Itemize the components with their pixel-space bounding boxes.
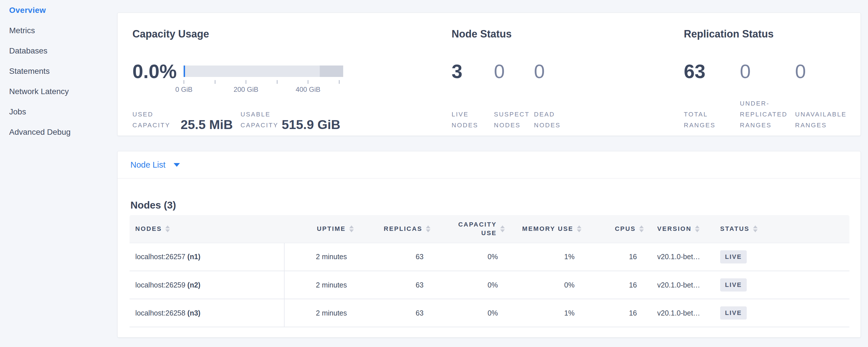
nodes-heading: Nodes (3) xyxy=(130,199,861,211)
sidebar-item-metrics[interactable]: Metrics xyxy=(0,20,117,41)
uptime-cell: 2 minutes xyxy=(284,243,357,271)
uptime-cell: 2 minutes xyxy=(284,271,357,299)
sidebar-item-overview[interactable]: Overview xyxy=(0,0,117,20)
dead-nodes-label: DEAD NODES xyxy=(534,109,561,131)
sidebar-item-network-latency[interactable]: Network Latency xyxy=(0,81,117,101)
status-badge: LIVE xyxy=(720,278,747,291)
sidebar-item-statements[interactable]: Statements xyxy=(0,61,117,81)
version-cell: v20.1.0-bet… xyxy=(647,299,719,327)
sidebar-item-advanced-debug[interactable]: Advanced Debug xyxy=(0,122,117,142)
usable-capacity-label: USABLE CAPACITY xyxy=(241,109,278,131)
memory-use-cell: 1% xyxy=(508,243,585,271)
cluster-summary-card: Capacity Usage 0.0% 0 GiB 200 GiB 400 Gi… xyxy=(117,12,861,136)
capacity-use-cell: 0% xyxy=(434,271,508,299)
sort-icon xyxy=(165,225,170,232)
capacity-axis-ticks xyxy=(184,80,343,84)
replication-status-title: Replication Status xyxy=(684,28,774,40)
usable-capacity-value: 515.9 GiB xyxy=(282,118,340,131)
table-row: localhost:26257 (n1) 2 minutes 63 0% 1% … xyxy=(129,243,849,271)
version-cell: v20.1.0-bet… xyxy=(647,271,719,299)
live-nodes-count: 3 xyxy=(452,62,462,81)
sidebar: Overview Metrics Databases Statements Ne… xyxy=(0,0,117,347)
capacity-bar-dark-segment xyxy=(320,65,343,77)
column-header-nodes[interactable]: NODES xyxy=(129,215,284,243)
status-cell: LIVE xyxy=(719,271,849,299)
sort-icon xyxy=(753,225,757,232)
under-replicated-ranges-label: UNDER- REPLICATED RANGES xyxy=(740,98,787,131)
table-row: localhost:26259 (n2) 2 minutes 63 0% 0% … xyxy=(129,271,849,299)
capacity-use-cell: 0% xyxy=(434,243,508,271)
unavailable-ranges-count: 0 xyxy=(795,62,806,81)
node-list-dropdown[interactable]: Node List xyxy=(130,160,180,170)
node-link-n2[interactable]: localhost:26259 (n2) xyxy=(129,271,284,299)
capacity-bar-chart: 0 GiB 200 GiB 400 GiB xyxy=(184,65,343,94)
sort-icon xyxy=(577,225,582,232)
uptime-cell: 2 minutes xyxy=(284,299,357,327)
used-capacity-label: USED CAPACITY xyxy=(132,109,170,131)
column-header-memory-use[interactable]: MEMORY USE xyxy=(508,215,585,243)
sort-icon xyxy=(639,225,644,232)
view-selector-bar: Node List xyxy=(118,151,861,179)
live-nodes-label: LIVE NODES xyxy=(452,109,478,131)
suspect-nodes-label: SUSPECT NODES xyxy=(494,109,530,131)
version-cell: v20.1.0-bet… xyxy=(647,243,719,271)
capacity-use-cell: 0% xyxy=(434,299,508,327)
status-cell: LIVE xyxy=(719,243,849,271)
sidebar-item-jobs[interactable]: Jobs xyxy=(0,101,117,122)
sort-icon xyxy=(500,225,505,232)
status-badge: LIVE xyxy=(720,306,747,319)
axis-label-400gib: 400 GiB xyxy=(296,86,320,94)
memory-use-cell: 1% xyxy=(508,299,585,327)
axis-label-0gib: 0 GiB xyxy=(175,86,192,94)
node-link-n3[interactable]: localhost:26258 (n3) xyxy=(129,299,284,327)
capacity-bar-used-fill xyxy=(184,65,185,77)
sort-icon xyxy=(349,225,354,232)
node-list-card: Node List Nodes (3) NODES UPTIME xyxy=(117,151,861,338)
sort-icon xyxy=(695,225,700,232)
used-capacity-value: 25.5 MiB xyxy=(169,118,233,131)
memory-use-cell: 0% xyxy=(508,271,585,299)
replicas-cell: 63 xyxy=(357,243,434,271)
capacity-axis-labels: 0 GiB 200 GiB 400 GiB xyxy=(184,86,343,94)
axis-label-200gib: 200 GiB xyxy=(234,86,258,94)
column-header-version[interactable]: VERSION xyxy=(647,215,719,243)
nodes-table: NODES UPTIME REPLICAS CAPACITY USE xyxy=(129,215,849,327)
status-cell: LIVE xyxy=(719,299,849,327)
table-header-row: NODES UPTIME REPLICAS CAPACITY USE xyxy=(129,215,849,243)
capacity-usage-title: Capacity Usage xyxy=(132,28,209,40)
cpus-cell: 16 xyxy=(585,299,647,327)
column-header-cpus[interactable]: CPUS xyxy=(585,215,647,243)
under-replicated-ranges-count: 0 xyxy=(740,62,751,81)
column-header-replicas[interactable]: REPLICAS xyxy=(357,215,434,243)
suspect-nodes-count: 0 xyxy=(494,62,505,81)
column-header-uptime[interactable]: UPTIME xyxy=(284,215,357,243)
column-header-capacity-use[interactable]: CAPACITY USE xyxy=(434,215,508,243)
table-row: localhost:26258 (n3) 2 minutes 63 0% 1% … xyxy=(129,299,849,327)
sidebar-item-databases[interactable]: Databases xyxy=(0,41,117,61)
dead-nodes-count: 0 xyxy=(534,62,545,81)
cpus-cell: 16 xyxy=(585,271,647,299)
node-link-n1[interactable]: localhost:26257 (n1) xyxy=(129,243,284,271)
total-ranges-label: TOTAL RANGES xyxy=(684,109,716,131)
unavailable-ranges-label: UNAVAILABLE RANGES xyxy=(795,109,846,131)
replicas-cell: 63 xyxy=(357,299,434,327)
chevron-down-icon xyxy=(174,163,180,167)
column-header-status[interactable]: STATUS xyxy=(719,215,849,243)
replicas-cell: 63 xyxy=(357,271,434,299)
capacity-used-percent: 0.0% xyxy=(132,62,177,81)
capacity-bar-track xyxy=(184,65,343,77)
total-ranges-count: 63 xyxy=(684,62,706,81)
sort-icon xyxy=(426,225,430,232)
node-status-title: Node Status xyxy=(452,28,512,40)
status-badge: LIVE xyxy=(720,250,747,263)
cpus-cell: 16 xyxy=(585,243,647,271)
